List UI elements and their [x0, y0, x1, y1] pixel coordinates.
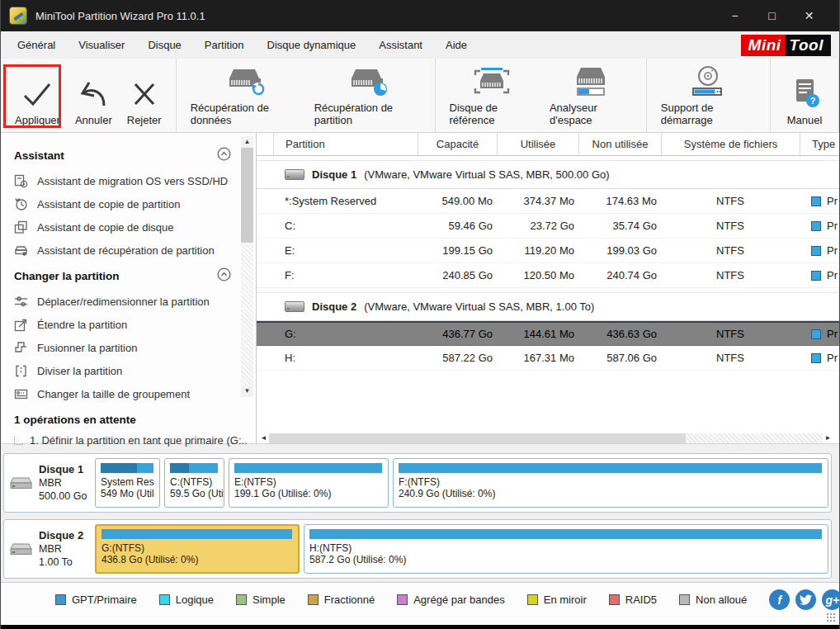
- col-used[interactable]: Utilisée: [497, 133, 578, 155]
- disk2-label[interactable]: Disque 2 MBR 1.00 To: [4, 520, 92, 578]
- partition-recovery-icon: [14, 244, 28, 258]
- svg-text:?: ?: [810, 96, 816, 106]
- scroll-down-icon[interactable]: ▼: [241, 385, 253, 397]
- space-analyzer-button[interactable]: Analyseur d'espace: [542, 64, 639, 132]
- table-row-e[interactable]: E: 199.15 Go 119.20 Mo 199.03 Go NTFS Pr: [257, 239, 839, 263]
- section-change-partition[interactable]: Changer la partition: [1, 262, 256, 290]
- menu-disque-dynamique[interactable]: Disque dynamique: [256, 31, 368, 59]
- legend-gpt-primary: GPT/Primaire: [55, 594, 137, 606]
- disk-icon: [10, 543, 32, 556]
- menu-partition[interactable]: Partition: [193, 31, 256, 59]
- disk-pie-icon: [346, 64, 389, 99]
- sidebar-item-merge[interactable]: Fusionner la partition: [1, 336, 256, 359]
- table-horizontal-scrollbar[interactable]: ◄ ►: [258, 433, 833, 443]
- col-capacity[interactable]: Capacité: [418, 133, 497, 155]
- minimize-button[interactable]: −: [716, 0, 753, 31]
- map-block-c[interactable]: C:(NTFS) 59.5 Go (Uti: [164, 458, 224, 508]
- collapse-icon[interactable]: [217, 267, 231, 284]
- scrollbar-thumb[interactable]: [241, 148, 253, 243]
- table-row-h[interactable]: H: 587.22 Go 167.31 Mo 587.06 Go NTFS Pr: [257, 346, 839, 371]
- table-row-c[interactable]: C: 59.46 Go 23.72 Go 35.74 Go NTFS Pr: [257, 214, 839, 239]
- legend-raid5: RAID5: [609, 594, 657, 606]
- sidebar-item-migrate-os[interactable]: Assistant de migration OS vers SSD/HD: [1, 169, 256, 192]
- partition-table: Partition Capacité Utilisée Non utilisée…: [257, 133, 839, 443]
- disk2-group-row[interactable]: Disque 2 (VMware, VMware Virtual S SAS, …: [257, 292, 839, 321]
- x-icon: [128, 77, 161, 111]
- col-filesystem[interactable]: Système de fichiers: [661, 133, 800, 155]
- copy-partition-icon: [14, 197, 28, 211]
- maximize-button[interactable]: □: [753, 0, 790, 31]
- table-row-g-selected[interactable]: G: 436.77 Go 144.61 Mo 436.63 Go NTFS Pr: [257, 321, 839, 346]
- disk-benchmark-button[interactable]: Disque de référence: [442, 64, 542, 132]
- disk-icon: [285, 169, 304, 180]
- collapse-icon[interactable]: [217, 147, 231, 163]
- bootable-media-button[interactable]: Support de démarrage: [654, 64, 763, 132]
- pending-operations: 1 opérations en attente 1. Définir la pa…: [1, 405, 256, 447]
- table-row-f[interactable]: F: 240.85 Go 120.50 Mo 240.74 Go NTFS Pr: [257, 263, 839, 288]
- menu-disque[interactable]: Disque: [136, 31, 192, 59]
- map-block-f[interactable]: F:(NTFS) 240.9 Go (Utilisé: 0%): [393, 458, 828, 508]
- copy-disk-icon: [14, 220, 28, 234]
- legend-striped: Agrégé par bandes: [397, 594, 505, 606]
- pending-operations-title: 1 opérations en attente: [14, 414, 248, 426]
- scrollbar-thumb[interactable]: [269, 433, 686, 443]
- discard-button[interactable]: Rejeter: [120, 77, 169, 132]
- disk-icon: [10, 477, 32, 489]
- col-type[interactable]: Type: [800, 133, 839, 155]
- map-block-g-selected[interactable]: G:(NTFS) 436.8 Go (Utilisé: 0%): [95, 524, 300, 574]
- primary-type-icon: [811, 246, 821, 256]
- undo-button[interactable]: Annuler: [68, 77, 120, 132]
- menu-general[interactable]: Général: [6, 31, 67, 59]
- primary-type-icon: [811, 196, 821, 206]
- googleplus-icon[interactable]: g+: [822, 589, 840, 610]
- manual-button[interactable]: ? Manuel: [777, 77, 832, 132]
- scroll-right-icon[interactable]: ►: [823, 433, 833, 443]
- sidebar-scrollbar[interactable]: ▲ ▼: [241, 136, 253, 397]
- pending-operation-item[interactable]: 1. Définir la partition en tant que prim…: [14, 434, 248, 447]
- toolbar-group-analysis: Disque de référence Analyseur d'espace: [436, 59, 647, 132]
- apply-button[interactable]: Appliquer: [7, 77, 68, 132]
- migrate-os-icon: [14, 174, 28, 188]
- sidebar-item-copy-disk[interactable]: Assistant de copie de disque: [1, 215, 256, 239]
- close-button[interactable]: ✕: [790, 0, 828, 31]
- window-title: MiniTool Partition Wizard Pro 11.0.1: [35, 10, 205, 22]
- facebook-icon[interactable]: f: [769, 589, 790, 610]
- disk1-group-row[interactable]: Disque 1 (VMware, VMware Virtual S SAS, …: [257, 160, 839, 189]
- section-assistant[interactable]: Assistant: [1, 141, 256, 169]
- menu-visualiser[interactable]: Visualiser: [67, 31, 136, 59]
- scroll-up-icon[interactable]: ▲: [241, 136, 253, 148]
- map-block-h[interactable]: H:(NTFS) 587.2 Go (Utilisé: 0%): [304, 524, 828, 574]
- primary-type-icon: [811, 271, 821, 281]
- legend-spanned: Fractionné: [308, 594, 375, 606]
- merge-partition-icon: [14, 341, 28, 355]
- logical-swatch: [159, 594, 170, 605]
- cd-icon: [687, 64, 729, 99]
- disk-scan-icon: [470, 64, 513, 99]
- sidebar-item-partition-recovery[interactable]: Assistant de récupération de partition: [1, 239, 256, 262]
- move-resize-icon: [14, 295, 28, 309]
- toolbar-group-edit: Appliquer Annuler Rejeter: [1, 59, 177, 132]
- disk-map: Disque 1 MBR 500.00 Go System Res 549 Mo…: [1, 443, 839, 582]
- col-unused[interactable]: Non utilisée: [578, 133, 661, 155]
- menu-aide[interactable]: Aide: [434, 31, 479, 59]
- twitter-icon[interactable]: [795, 589, 816, 610]
- raid5-swatch: [609, 594, 620, 605]
- primary-type-icon: [811, 353, 821, 363]
- partition-recovery-button[interactable]: Récupération de partition: [307, 64, 428, 132]
- undo-arrow-icon: [77, 77, 110, 111]
- resize-grip[interactable]: [827, 613, 836, 622]
- sidebar-item-copy-partition[interactable]: Assistant de copie de partition: [1, 192, 256, 215]
- map-block-e[interactable]: E:(NTFS) 199.1 Go (Utilisé: 0%): [229, 458, 389, 508]
- tree-branch-icon: [14, 436, 23, 445]
- menu-assistant[interactable]: Assistant: [367, 31, 434, 59]
- sidebar-item-cluster-size[interactable]: Changer la taille de groupement: [1, 382, 256, 405]
- data-recovery-button[interactable]: Récupération de données: [183, 64, 307, 132]
- sidebar-item-split[interactable]: Diviser la partition: [1, 359, 256, 382]
- sidebar-item-extend[interactable]: Étendre la partition: [1, 313, 256, 336]
- col-partition[interactable]: Partition: [273, 133, 418, 155]
- disk1-label[interactable]: Disque 1 MBR 500.00 Go: [4, 454, 92, 512]
- map-block-system-reserved[interactable]: System Res 549 Mo (Util: [95, 458, 160, 508]
- table-row-system-reserved[interactable]: *:System Reserved 549.00 Mo 374.37 Mo 17…: [257, 189, 839, 214]
- scroll-left-icon[interactable]: ◄: [258, 433, 269, 443]
- sidebar-item-move-resize[interactable]: Déplacer/redimensionner la partition: [1, 290, 256, 313]
